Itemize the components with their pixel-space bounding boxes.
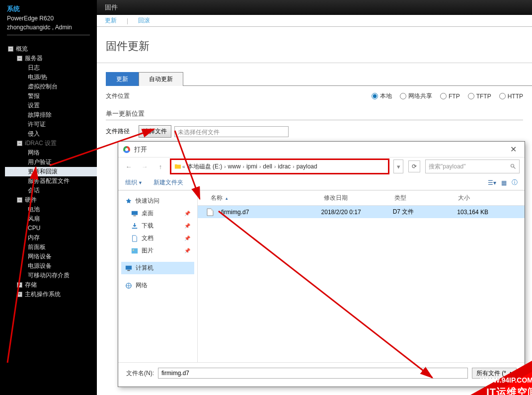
nav-pics[interactable]: 图片📌 [121,244,194,257]
col-name[interactable]: 名称▴ [201,194,324,202]
tree-item[interactable]: 故障排除 [5,110,97,120]
col-size[interactable]: 大小 [458,194,522,202]
collapse-icon: − [17,197,22,203]
tab-update[interactable]: 更新 [106,72,139,86]
tree-drac[interactable]: −iDRAC 设置 [5,139,97,148]
desktop-icon [131,210,138,217]
svg-rect-7 [126,265,132,269]
tree-item[interactable]: CPU [5,224,97,233]
tree-item[interactable]: 可移动闪存介质 [5,271,97,280]
radio-ftp[interactable]: FTP [440,92,460,100]
computer-icon [125,265,132,272]
file-path-row: 文件路径 选择文件 未选择任何文件 [106,125,523,138]
nav-computer[interactable]: 计算机 [121,262,194,274]
tree-item[interactable]: 电池 [5,205,97,214]
file-location-label: 文件位置 [106,92,146,100]
tree-update-rollback[interactable]: 更新和回滚 [5,167,97,176]
svg-point-6 [133,249,134,250]
toolbar-organize[interactable]: 组织▼ [125,178,143,187]
svg-line-1 [514,167,516,169]
radio-netshare[interactable]: 网络共享 [400,92,432,100]
file-row[interactable]: firmimg.d7 2018/2/20 0:17 D7 文件 103,164 … [198,206,525,218]
tree-item[interactable]: 用户验证 [5,158,97,167]
tree-item[interactable]: 电源设备 [5,261,97,271]
divider: | [127,17,128,24]
tree-server[interactable]: −服务器 [5,54,97,63]
chrome-icon [123,146,130,153]
svg-rect-2 [132,211,138,215]
radio-tftp[interactable]: TFTP [468,92,491,100]
system-label: 系统 [7,4,90,14]
tab-auto-update[interactable]: 自动更新 [139,72,183,86]
watermark-text: IT运维空间 [486,386,532,395]
file-list: 名称▴ 修改日期 类型 大小 firmimg.d7 2018/2/20 0:17… [198,191,525,362]
expand-icon: + [17,282,22,288]
toolbar-new-folder[interactable]: 新建文件夹 [153,178,183,187]
file-path-label: 文件路径 [106,127,136,136]
nav-quick-access[interactable]: 快速访问 [121,195,194,207]
sidebar: 系统 PowerEdge R620 zhongchuangidc , Admin… [0,0,97,395]
nav-back-button[interactable]: ← [123,161,134,172]
tree-item[interactable]: 网络设备 [5,252,97,261]
view-details-icon[interactable]: ▦ [501,179,507,186]
nav-forward-button[interactable]: → [139,161,150,172]
tree-host-os[interactable]: +主机操作系统 [5,290,97,299]
dialog-title: 打开 [134,145,503,154]
search-input[interactable]: 搜索"payload" [425,159,520,173]
nav-desktop[interactable]: 桌面📌 [121,207,194,220]
refresh-button[interactable]: ⟳ [408,160,420,172]
nav-docs[interactable]: 文档📌 [121,232,194,244]
tree-item[interactable]: 服务器配置文件 [5,176,97,186]
view-list-icon[interactable]: ☰▾ [488,179,496,186]
pin-icon: 📌 [184,236,190,241]
pin-icon: 📌 [184,223,190,229]
radio-local[interactable]: 本地 [372,92,392,100]
subtab-rollback[interactable]: 回滚 [138,16,150,25]
col-type[interactable]: 类型 [394,194,458,202]
tree-item[interactable]: 网络 [5,148,97,158]
choose-file-button[interactable]: 选择文件 [139,125,171,138]
tree-item[interactable]: 内存 [5,233,97,242]
tree-hardware[interactable]: −硬件 [5,195,97,205]
watermark: WWW.94IP.COM IT运维空间 [413,345,532,395]
sidebar-header: 系统 PowerEdge R620 zhongchuangidc , Admin [0,0,97,41]
path-breadcrumb[interactable]: « 本地磁盘 (E:)› www› ipmi› dell› idrac› pay… [171,159,388,173]
dialog-close-button[interactable]: ✕ [507,145,520,154]
tree-overview[interactable]: −概览 [5,44,97,54]
svg-rect-8 [127,270,130,271]
help-icon[interactable]: ⓘ [512,178,518,187]
path-dropdown-button[interactable]: ▾ [393,159,403,173]
col-date[interactable]: 修改日期 [324,194,394,202]
tree-item[interactable]: 会话 [5,186,97,195]
dialog-titlebar: 打开 ✕ [118,142,525,157]
filename-label: 文件名(N): [126,369,154,378]
network-icon [125,282,132,289]
tree-storage[interactable]: +存储 [5,280,97,290]
dialog-nav-row: ← → ↑ « 本地磁盘 (E:)› www› ipmi› dell› idra… [118,157,525,175]
dialog-toolbar: 组织▼ 新建文件夹 ☰▾ ▦ ⓘ [118,175,525,190]
nav-network[interactable]: 网络 [121,279,194,292]
dialog-nav-pane: 快速访问 桌面📌 下载📌 文档📌 图片📌 计算机 网络 [118,191,198,362]
radio-http[interactable]: HTTP [499,92,523,100]
tree-item[interactable]: 设置 [5,101,97,110]
tree-item[interactable]: 虚拟控制台 [5,82,97,91]
topbar-title: 固件 [105,3,118,12]
subtab-update[interactable]: 更新 [105,16,117,25]
search-icon [510,163,516,169]
tree-item[interactable]: 前面板 [5,242,97,252]
tree-item[interactable]: 电源/热 [5,73,97,82]
watermark-url: WWW.94IP.COM [480,376,532,384]
tree-item[interactable]: 警报 [5,91,97,101]
tree-item[interactable]: 风扇 [5,214,97,224]
tree-item[interactable]: 侵入 [5,129,97,139]
sort-asc-icon: ▴ [226,196,228,201]
topbar: 固件 [97,0,532,15]
nav-download[interactable]: 下载📌 [121,220,194,232]
nav-up-button[interactable]: ↑ [155,161,166,172]
star-icon [125,198,132,205]
tree-item[interactable]: 许可证 [5,120,97,129]
tree-item[interactable]: 日志 [5,63,97,73]
subbar: 更新 | 回滚 [97,15,532,27]
svg-rect-5 [132,248,138,253]
pin-icon: 📌 [184,248,190,253]
